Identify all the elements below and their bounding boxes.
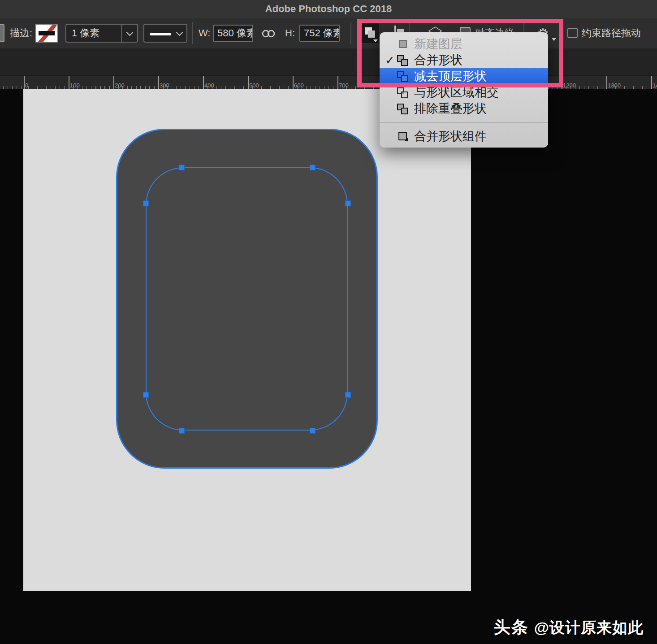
ruler-label: 1300 [608,82,621,89]
constrain-path-checkbox[interactable] [567,28,578,38]
path-anchor-point[interactable] [310,428,316,434]
menu-item-label: 合并形状组件 [414,128,487,144]
ruler-label: 300 [160,82,169,89]
menu-item-label: 排除重叠形状 [414,100,487,117]
path-anchor-point[interactable] [310,165,316,170]
ruler-label: 700 [339,82,349,89]
menu-item-exclude-overlapping-shapes[interactable]: 排除重叠形状 [380,100,548,117]
options-bar: 描边: 1 像素 W: 580 像素 H: 752 像素 [0,18,657,48]
path-operations-menu: 新建图层✓合并形状减去顶层形状与形状区域相交排除重叠形状合并形状组件 [380,32,548,148]
height-label: H: [285,18,295,48]
stroke-preview-bar [39,31,55,35]
title-bar: Adobe Photoshop CC 2018 [0,0,657,18]
separator [350,22,351,44]
ruler-label: 1200 [563,82,576,89]
stroke-width-dropdown[interactable]: 1 像素 [65,24,138,43]
watermark-handle: @设计原来如此 [534,618,644,638]
menu-item-label: 减去顶层形状 [414,68,487,84]
dropdown-triangle-icon [552,38,556,41]
ruler-label: 500 [249,82,259,89]
path-anchor-point[interactable] [143,392,149,398]
workspace: 头条 @设计原来如此 [0,89,657,644]
exclude-overlapping-shapes-icon [397,103,409,115]
ruler-label: 100 [70,82,80,89]
chevron-down-icon [126,29,133,36]
path-anchor-point[interactable] [179,165,185,170]
menu-item-intersect-shape-areas[interactable]: 与形状区域相交 [380,84,548,100]
link-dimensions-icon[interactable] [260,28,277,41]
overlap-squares-icon [368,30,375,38]
stroke-color-swatch[interactable] [35,24,58,43]
horizontal-ruler[interactable]: 0100200300400500600700800900100011001200… [0,75,657,89]
combine-shapes-icon [397,54,409,66]
fill-swatch-partial[interactable] [0,24,4,42]
menu-item-label: 与形状区域相交 [414,84,499,100]
path-operations-button[interactable] [361,23,379,43]
intersect-shape-areas-icon [397,87,409,99]
ruler-label: 1400 [653,82,657,89]
document-canvas[interactable] [23,89,471,591]
menu-item-combine-shapes[interactable]: ✓合并形状 [380,52,548,68]
watermark-brand: 头条 [494,616,529,639]
solid-line-preview-icon [150,33,171,35]
height-input[interactable]: 752 像素 [299,25,340,42]
checkmark-icon: ✓ [383,54,397,67]
ruler-label: 400 [204,82,214,89]
new-layer-icon [397,38,409,50]
height-value: 752 像素 [304,26,340,40]
inner-vector-path[interactable] [146,167,348,431]
path-anchor-point[interactable] [345,200,351,206]
menu-item-merge-shape-components[interactable]: 合并形状组件 [380,128,548,144]
merge-shape-components-icon [397,131,409,143]
path-anchor-point[interactable] [143,200,149,206]
width-label: W: [199,18,210,48]
menu-item-label: 合并形状 [414,52,462,68]
menu-item-label: 新建图层 [414,36,462,52]
constrain-path-label: 约束路径拖动 [582,18,641,48]
width-input[interactable]: 580 像素 [213,25,253,42]
watermark: 头条 @设计原来如此 [494,616,644,639]
dropdown-triangle-icon [373,39,378,42]
ruler-label: 0 [25,82,28,89]
toolbar-gap-strip [0,48,657,75]
stroke-label: 描边: [10,18,32,48]
menu-separator [380,122,548,123]
subtract-front-shape-icon [397,70,409,83]
path-anchor-point[interactable] [179,428,185,434]
stroke-type-dropdown[interactable] [143,24,187,43]
width-value: 580 像素 [217,26,253,40]
separator [192,22,193,44]
menu-item-subtract-front-shape[interactable]: 减去顶层形状 [380,68,548,84]
dropdown-arrow-zone[interactable] [121,25,137,42]
chevron-down-icon [176,29,183,36]
path-anchor-point[interactable] [345,392,351,398]
menu-item-new-layer[interactable]: 新建图层 [380,36,548,52]
stroke-width-value: 1 像素 [72,26,99,40]
ruler-label: 600 [294,82,304,89]
ruler-label: 200 [115,82,125,89]
window-title: Adobe Photoshop CC 2018 [265,3,392,15]
